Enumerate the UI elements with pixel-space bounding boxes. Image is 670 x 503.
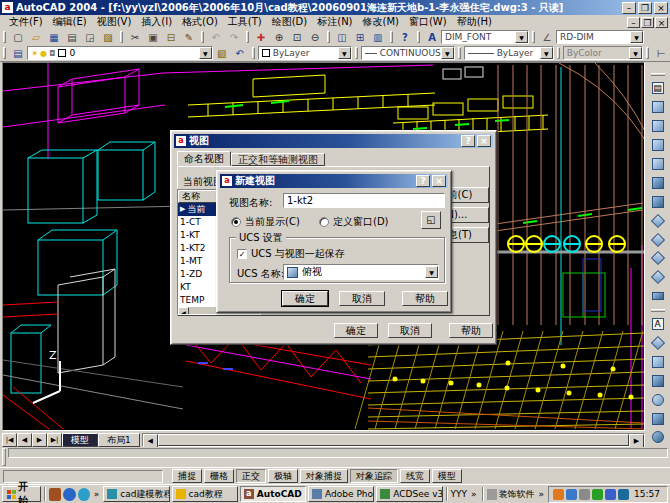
radio-current-display[interactable]: 当前显示(C) — [231, 215, 300, 229]
toggle-polar[interactable]: 极轴 — [268, 469, 298, 483]
toolbar-grip[interactable] — [651, 73, 665, 76]
back-view-icon[interactable] — [648, 192, 668, 211]
tab-layout1[interactable]: 布局1 — [98, 433, 140, 447]
menu-file[interactable]: 文件(F) — [4, 15, 48, 29]
paste-icon[interactable]: ⊟ — [162, 30, 180, 45]
scroll-right-icon[interactable]: ▶ — [629, 434, 644, 448]
toggle-osnap[interactable]: 对象捕捉 — [300, 469, 348, 483]
tray-icon-4[interactable] — [592, 489, 603, 500]
menu-view[interactable]: 视图(V) — [92, 15, 137, 29]
named-views-icon[interactable]: ▤ — [648, 79, 668, 98]
open-folder-icon[interactable]: ▱ — [27, 30, 45, 45]
cut-icon[interactable]: ✂ — [126, 30, 144, 45]
layer-on-bulb-icon[interactable]: ☀ — [31, 49, 38, 58]
view-name-input[interactable] — [283, 193, 445, 208]
chevron-down-icon[interactable]: ▼ — [540, 47, 553, 59]
box-surface-icon[interactable] — [648, 352, 668, 371]
toolbar-grip[interactable] — [246, 31, 249, 43]
command-input[interactable] — [8, 448, 668, 458]
toggle-ortho[interactable]: 正交 — [236, 469, 266, 483]
toggle-otrack[interactable]: 对象追踪 — [350, 469, 398, 483]
tray-icon-3[interactable] — [579, 489, 590, 500]
new-view-dialog-titlebar[interactable]: a 新建视图 ? × — [220, 174, 448, 188]
toggle-lineweight[interactable]: 线宽 — [400, 469, 430, 483]
make-object-layer-current-icon[interactable]: ▧ — [213, 46, 231, 61]
sw-isometric-view-icon[interactable] — [648, 211, 668, 230]
taskbar-item-photoshop[interactable]: Adobe Photo... — [308, 486, 374, 502]
layer-combo[interactable]: ☀ ● ◘ 0 ▼ — [27, 46, 213, 60]
view-dialog-help-button[interactable]: 帮助 — [449, 323, 493, 338]
menu-format[interactable]: 格式(O) — [177, 15, 223, 29]
dialog-help-icon[interactable]: ? — [416, 175, 430, 187]
chevron-down-icon[interactable]: ▼ — [630, 31, 643, 43]
dim-style-icon[interactable]: ∠ — [538, 30, 556, 45]
layer-previous-icon[interactable]: ↶ — [231, 46, 249, 61]
view-dialog-ok-button[interactable]: 确定 — [334, 323, 378, 338]
properties-icon[interactable]: ◫ — [333, 30, 351, 45]
dim-style-combo[interactable]: RD-DIM ▼ — [556, 30, 644, 44]
toolbar-grip[interactable] — [557, 47, 560, 59]
menu-edit[interactable]: 编辑(E) — [48, 15, 92, 29]
linetype-combo[interactable]: CONTINUOUS ▼ — [361, 46, 455, 60]
mdi-close-button[interactable]: × — [655, 17, 668, 28]
menu-dimension[interactable]: 标注(N) — [312, 15, 357, 29]
new-view-help-button[interactable]: 帮助 — [402, 291, 448, 306]
new-view-cancel-button[interactable]: 取消 — [339, 291, 385, 306]
tab-next-icon[interactable]: ▶ — [32, 433, 47, 447]
front-view-icon[interactable] — [648, 173, 668, 192]
new-view-ok-button[interactable]: 确定 — [282, 291, 328, 306]
wedge-surface-icon[interactable] — [648, 371, 668, 390]
chevron-down-icon[interactable]: ▼ — [515, 31, 528, 43]
save-ucs-checkbox[interactable]: ✓ UCS 与视图一起保存 — [237, 247, 345, 261]
ne-isometric-view-icon[interactable] — [648, 249, 668, 268]
layers-icon[interactable]: ▤ — [9, 46, 27, 61]
view-dialog-cancel-button[interactable]: 取消 — [388, 323, 432, 338]
radio-define-window[interactable]: 定义窗口(D) — [319, 215, 389, 229]
toolbar-grip[interactable] — [201, 31, 204, 43]
quick-launch-chevron-icon[interactable]: » — [92, 489, 102, 499]
print-icon[interactable]: ▤ — [63, 30, 81, 45]
lineweight-combo[interactable]: ByLayer ▼ — [464, 46, 554, 60]
linear-dimension-icon[interactable]: ⊢ — [652, 46, 670, 61]
tab-prev-icon[interactable]: ◀ — [17, 433, 32, 447]
zoom-window-icon[interactable]: ⊡ — [288, 30, 306, 45]
pan-icon[interactable]: ✚ — [252, 30, 270, 45]
se-isometric-view-icon[interactable] — [648, 230, 668, 249]
horizontal-scrollbar[interactable]: ◀ ▶ — [142, 433, 645, 447]
menu-tools[interactable]: 工具(T) — [223, 15, 267, 29]
scroll-left-icon[interactable]: ◀ — [143, 434, 158, 448]
dialog-help-icon[interactable]: ? — [461, 135, 475, 147]
scroll-left-icon[interactable]: ◀ — [178, 307, 189, 315]
3d-face-icon[interactable] — [648, 334, 668, 353]
taskbar-item-cad-tutorial-folder[interactable]: cad教程 — [172, 486, 238, 502]
toolbar-grip[interactable] — [390, 31, 393, 43]
tab-first-icon[interactable]: |◀ — [2, 433, 17, 447]
taskbar-item-acdsee[interactable]: ACDSee v3.1... — [376, 486, 442, 502]
dialog-close-icon[interactable]: × — [477, 135, 491, 147]
toggle-model-space[interactable]: 模型 — [432, 469, 462, 483]
toolbar-grip[interactable] — [3, 31, 6, 43]
tab-orthographic-views[interactable]: 正交和等轴测视图 — [231, 153, 325, 166]
yyy-chevron-icon[interactable]: » — [469, 489, 479, 499]
toggle-grid[interactable]: 栅格 — [204, 469, 234, 483]
define-window-picker-button[interactable]: ◱ — [421, 211, 441, 229]
menu-help[interactable]: 帮助(H) — [452, 15, 497, 29]
redo-icon[interactable]: ↷ — [225, 30, 243, 45]
toolbar-grip[interactable] — [532, 31, 535, 43]
color-combo[interactable]: ByLayer ▼ — [258, 46, 352, 60]
quick-launch-icon-2[interactable] — [63, 488, 75, 501]
sphere-surface-icon[interactable] — [648, 409, 668, 428]
help-icon[interactable]: ? — [396, 30, 414, 45]
zoom-previous-icon[interactable]: ⊖ — [306, 30, 324, 45]
restore-button[interactable]: ❐ — [638, 2, 652, 14]
2d-solid-icon[interactable]: A — [648, 315, 668, 334]
chevron-down-icon[interactable]: ▼ — [199, 47, 212, 59]
match-properties-icon[interactable]: ✎ — [180, 30, 198, 45]
left-view-icon[interactable] — [648, 136, 668, 155]
right-view-icon[interactable] — [648, 155, 668, 174]
layer-color-swatch[interactable] — [58, 49, 66, 57]
layer-lock-icon[interactable]: ◘ — [49, 49, 55, 58]
scrollbar-thumb[interactable] — [158, 434, 629, 446]
plot-icon[interactable]: ▨ — [99, 30, 117, 45]
dialog-close-icon[interactable]: × — [432, 175, 446, 187]
